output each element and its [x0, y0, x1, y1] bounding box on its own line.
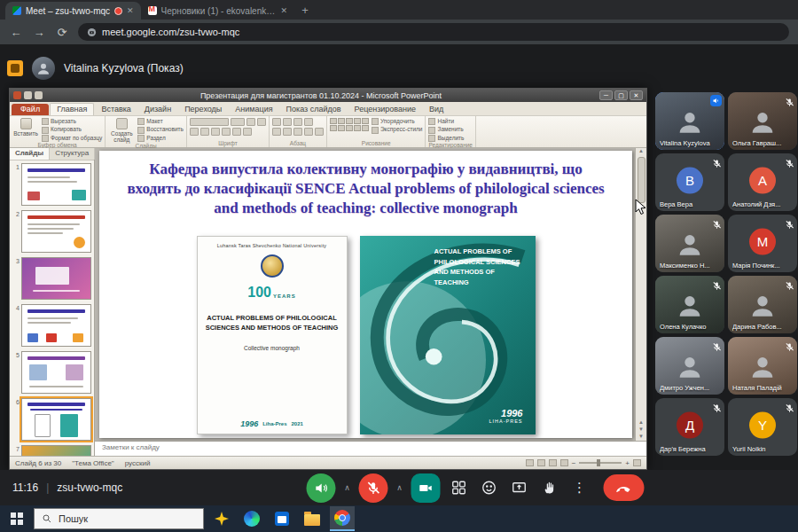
panel-tab-outline[interactable]: Структура [50, 148, 95, 160]
end-call-button[interactable] [604, 474, 645, 501]
participant-tile[interactable]: Олена Кулачко [655, 276, 724, 333]
more-options-button[interactable]: ⋮ [568, 476, 591, 499]
back-icon[interactable]: ← [9, 26, 23, 39]
tab-animations[interactable]: Анимация [229, 104, 278, 115]
scroll-up-icon[interactable]: ▲ [638, 148, 644, 153]
reactions-button[interactable] [478, 476, 501, 499]
slide-thumbnail-5[interactable]: 5 [12, 351, 91, 394]
tab-design[interactable]: Дизайн [138, 104, 177, 115]
participant-tile[interactable]: Vitalina Kyzylova [655, 92, 724, 150]
new-slide-button[interactable]: Создать слайд [108, 118, 135, 143]
normal-view-icon[interactable] [526, 459, 534, 466]
copy-button[interactable]: Копировать [42, 126, 102, 133]
raise-hand-button[interactable] [538, 476, 561, 499]
tab-insert[interactable]: Вставка [95, 104, 137, 115]
participant-tile[interactable]: Дмитро Ужчен... [655, 337, 724, 395]
cut-button[interactable]: Вырезать [42, 118, 102, 125]
notes-pane[interactable]: Заметки к слайду [95, 441, 646, 456]
undo-icon[interactable] [35, 91, 43, 99]
fit-to-window-icon[interactable] [633, 459, 641, 466]
strikethrough-icon[interactable] [232, 128, 241, 136]
bold-icon[interactable] [190, 128, 199, 136]
find-button[interactable]: Найти [428, 118, 473, 125]
slide-thumbnail-7[interactable]: 7 [12, 445, 91, 456]
speaker-button[interactable] [307, 473, 336, 503]
tab-transitions[interactable]: Переходы [178, 104, 228, 115]
reading-view-icon[interactable] [549, 459, 557, 466]
quick-styles-button[interactable]: Экспресс-стили [372, 126, 423, 133]
vertical-scrollbar[interactable]: ▲ ▲ ▼ ▼ [635, 148, 646, 441]
arrange-button[interactable]: Упорядочить [372, 118, 423, 125]
forward-icon[interactable]: → [32, 26, 46, 39]
previous-slide-icon[interactable]: ▲ [638, 419, 644, 425]
reset-button[interactable]: Восстановить [137, 126, 184, 133]
grow-font-icon[interactable] [246, 118, 255, 126]
participant-tile[interactable]: Дарина Рабов... [728, 276, 797, 333]
tab-view[interactable]: Вид [423, 104, 450, 115]
presentation-button[interactable] [411, 473, 441, 503]
participant-tile[interactable]: Максименко Н... [655, 215, 724, 272]
audio-options-caret-icon[interactable]: ∧ [343, 483, 352, 492]
slide-thumbnail-4[interactable]: 4 [12, 304, 91, 347]
reload-icon[interactable]: ⟳ [55, 26, 69, 39]
language-indicator[interactable]: русский [125, 459, 151, 467]
columns-icon[interactable] [315, 128, 324, 136]
font-size-control[interactable] [231, 118, 245, 126]
slideshow-view-icon[interactable] [560, 459, 568, 466]
line-spacing-icon[interactable] [304, 118, 313, 126]
browser-tab-mail[interactable]: Черновики (1) - ekovalenko20... ✕ [141, 2, 295, 20]
align-center-icon[interactable] [283, 128, 292, 136]
ppt-title-bar[interactable]: Презентация для магистрантов 01.10.2024 … [10, 89, 646, 102]
participant-tile[interactable]: Наталя Паладій [728, 337, 797, 395]
slide-sorter-icon[interactable] [537, 459, 545, 466]
replace-button[interactable]: Заменить [428, 126, 473, 133]
video-options-caret-icon[interactable]: ∧ [395, 483, 404, 492]
tab-slideshow[interactable]: Показ слайдов [280, 104, 348, 115]
file-explorer-button[interactable] [300, 506, 325, 531]
store-button[interactable] [270, 506, 294, 531]
participant-tile[interactable]: М Марія Починк... [728, 215, 797, 272]
participant-tile[interactable]: Ольга Гавраш... [728, 92, 797, 150]
participant-tile[interactable]: А Анатолий Дзя... [728, 153, 797, 211]
zoom-out-icon[interactable]: − [572, 459, 576, 467]
shrink-font-icon[interactable] [257, 118, 266, 126]
start-button[interactable] [5, 507, 28, 530]
taskbar-search-input[interactable]: Пошук [34, 508, 204, 529]
tab-home[interactable]: Главная [50, 103, 94, 115]
font-color-icon[interactable] [243, 128, 252, 136]
edge-button[interactable] [239, 506, 264, 531]
participant-tile[interactable]: Y Yurii Noikin [728, 398, 797, 456]
tab-close-icon[interactable]: ✕ [281, 6, 288, 15]
quick-access-toolbar[interactable] [13, 91, 43, 99]
numbering-icon[interactable] [283, 118, 292, 126]
tab-file[interactable]: Файл [12, 104, 49, 115]
justify-icon[interactable] [304, 128, 313, 136]
bullets-icon[interactable] [272, 118, 281, 126]
align-right-icon[interactable] [293, 128, 302, 136]
format-painter-button[interactable]: Формат по образцу [42, 135, 102, 142]
align-left-icon[interactable] [272, 128, 281, 136]
slide-thumbnail-6-selected[interactable]: 6 [12, 398, 91, 441]
shadow-icon[interactable] [222, 128, 231, 136]
section-button[interactable]: Раздел [137, 135, 184, 142]
tab-review[interactable]: Рецензирование [348, 104, 423, 115]
close-icon[interactable]: ✕ [630, 90, 643, 100]
participant-tile[interactable]: Д Дар'я Бережна [655, 398, 724, 456]
underline-icon[interactable] [211, 128, 220, 136]
save-icon[interactable] [24, 91, 32, 99]
font-name-control[interactable] [190, 118, 229, 126]
paste-button[interactable]: Вставить [12, 118, 39, 137]
italic-icon[interactable] [200, 128, 209, 136]
tab-close-icon[interactable]: ✕ [127, 6, 134, 15]
slide-thumbnail-1[interactable]: 1 [12, 163, 91, 206]
indent-icon[interactable] [293, 118, 302, 126]
zoom-in-icon[interactable]: + [625, 459, 630, 467]
slide-thumbnail-3[interactable]: 3 [12, 257, 91, 300]
slide-thumbnail-2[interactable]: 2 [12, 210, 91, 253]
change-layout-button[interactable] [448, 476, 471, 499]
site-info-icon[interactable] [87, 27, 97, 37]
panel-tab-slides[interactable]: Слайды [10, 148, 50, 160]
select-button[interactable]: Выделить [428, 135, 473, 142]
next-slide-icon[interactable]: ▼ [638, 426, 644, 432]
layout-button[interactable]: Макет [137, 118, 184, 125]
